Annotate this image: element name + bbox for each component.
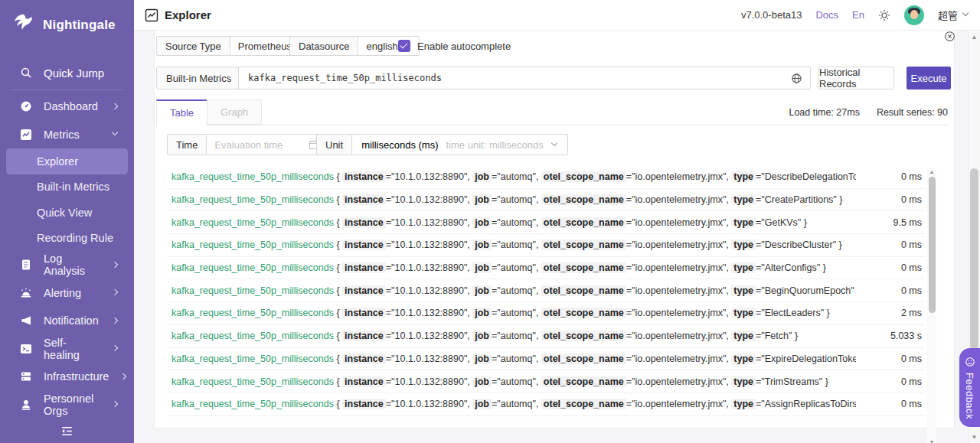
sidebar-item-explorer[interactable]: Explorer bbox=[6, 148, 128, 174]
quick-jump-label: Quick Jump bbox=[44, 67, 104, 80]
time-label: Time bbox=[167, 134, 207, 155]
chevron-down-icon bbox=[962, 11, 969, 18]
series-labels: kafka_request_time_50p_milliseconds { in… bbox=[167, 285, 856, 296]
close-circle-icon[interactable] bbox=[944, 31, 956, 42]
label-key: otel_scope_name bbox=[541, 353, 626, 364]
metric-value: 0 ms bbox=[856, 239, 925, 250]
dashboard-icon bbox=[20, 100, 32, 112]
chevron-right-icon bbox=[112, 401, 119, 408]
label-key: instance bbox=[342, 376, 386, 387]
smiley-icon bbox=[965, 357, 975, 367]
sidebar-item-label: Self-healing bbox=[44, 337, 100, 361]
sidebar-item-quick-jump[interactable]: Quick Jump bbox=[0, 61, 134, 84]
page-scrollbar-thumb[interactable] bbox=[970, 168, 978, 350]
datasource-value: english bbox=[366, 41, 397, 52]
user-menu[interactable]: 超管 bbox=[938, 8, 969, 22]
sidebar-item-label: Dashboard bbox=[44, 100, 100, 112]
metric-value: 0 ms bbox=[856, 285, 925, 296]
table-row: kafka_request_time_50p_milliseconds { in… bbox=[167, 211, 925, 234]
sidebar-item-recording-rule[interactable]: Recording Rule bbox=[6, 226, 128, 252]
sidebar-item-notification[interactable]: Notification bbox=[0, 307, 134, 335]
label-key: otel_scope_name bbox=[541, 399, 626, 409]
label-key: type bbox=[731, 217, 756, 228]
sun-icon[interactable] bbox=[878, 9, 890, 21]
scroll-up-icon[interactable]: ▲ bbox=[927, 168, 936, 176]
globe-icon[interactable] bbox=[783, 73, 810, 84]
sidebar-item-alerting[interactable]: Alerting bbox=[0, 279, 134, 308]
tab-graph[interactable]: Graph bbox=[207, 99, 262, 125]
label-key: job bbox=[472, 239, 492, 250]
label-key: type bbox=[731, 308, 756, 318]
sidebar-item-label: Notification bbox=[44, 314, 100, 327]
feedback-button[interactable]: Feedback bbox=[959, 348, 980, 427]
notification-icon bbox=[20, 314, 32, 327]
metrics-icon bbox=[20, 129, 32, 141]
metric-value: 9.5 ms bbox=[856, 217, 925, 228]
table-row: kafka_request_time_50p_milliseconds { in… bbox=[167, 234, 925, 257]
table-row: kafka_request_time_50p_milliseconds { in… bbox=[167, 279, 925, 302]
unit-filter-group: Unit milliseconds (ms) time unit: millis… bbox=[316, 134, 568, 155]
metric-name: kafka_request_time_50p_milliseconds bbox=[172, 262, 334, 273]
sidebar-menu: DashboardMetricsExplorerBuilt-in Metrics… bbox=[0, 93, 134, 419]
series-labels: kafka_request_time_50p_milliseconds { in… bbox=[167, 399, 856, 409]
sidebar-collapse-button[interactable] bbox=[0, 425, 134, 438]
docs-link[interactable]: Docs bbox=[815, 9, 838, 21]
table-scrollbar[interactable]: ▲ ▼ bbox=[927, 168, 936, 443]
avatar[interactable] bbox=[904, 5, 924, 25]
label-key: otel_scope_name bbox=[541, 308, 626, 318]
label-key: instance bbox=[342, 308, 386, 318]
sidebar-item-quick-view[interactable]: Quick View bbox=[6, 200, 128, 226]
unit-select[interactable]: milliseconds (ms) time unit: millisecond… bbox=[352, 134, 568, 155]
sidebar-item-infrastructure[interactable]: Infrastructure bbox=[0, 363, 134, 391]
sidebar-item-log-analysis[interactable]: Log Analysis bbox=[0, 251, 134, 279]
execute-button[interactable]: Execute bbox=[906, 67, 951, 90]
page-scroll-up-icon[interactable]: ▲ bbox=[969, 31, 980, 42]
page-scroll-down-icon[interactable]: ▼ bbox=[969, 432, 980, 442]
sidebar-item-label: Metrics bbox=[44, 129, 100, 141]
evaluation-time-field[interactable]: Evaluation time bbox=[207, 134, 328, 155]
nightingale-logo-icon bbox=[11, 12, 37, 38]
metric-name: kafka_request_time_50p_milliseconds bbox=[172, 194, 334, 205]
sidebar-item-personnel-orgs[interactable]: Personnel Orgs bbox=[0, 391, 134, 419]
series-labels: kafka_request_time_50p_milliseconds { in… bbox=[167, 217, 856, 228]
scroll-down-icon[interactable]: ▼ bbox=[927, 438, 936, 443]
tab-table[interactable]: Table bbox=[156, 99, 207, 125]
series-labels: kafka_request_time_50p_milliseconds { in… bbox=[167, 331, 856, 341]
metric-value: 0 ms bbox=[856, 399, 925, 409]
self-healing-icon bbox=[20, 343, 32, 355]
table-row: kafka_request_time_50p_milliseconds { in… bbox=[167, 302, 925, 325]
autocomplete-checkbox[interactable] bbox=[398, 40, 410, 52]
table-scrollbar-thumb[interactable] bbox=[929, 177, 936, 313]
metric-name: kafka_request_time_50p_milliseconds bbox=[172, 308, 334, 318]
chevron-down-icon bbox=[112, 131, 119, 138]
series-labels: kafka_request_time_50p_milliseconds { in… bbox=[167, 171, 856, 182]
metric-name: kafka_request_time_50p_milliseconds bbox=[172, 376, 334, 387]
label-key: instance bbox=[342, 285, 386, 296]
load-time-label: Load time: 27ms bbox=[789, 107, 859, 118]
sidebar-item-self-healing[interactable]: Self-healing bbox=[0, 335, 134, 363]
sidebar-item-dashboard[interactable]: Dashboard bbox=[0, 93, 134, 121]
label-key: type bbox=[731, 262, 756, 273]
chevron-right-icon bbox=[112, 103, 119, 110]
label-key: job bbox=[472, 285, 492, 296]
label-key: type bbox=[731, 171, 756, 182]
metric-value: 0 ms bbox=[856, 171, 925, 182]
metric-query-input[interactable] bbox=[239, 67, 783, 89]
label-key: type bbox=[731, 194, 756, 205]
table-row: kafka_request_time_50p_milliseconds { in… bbox=[167, 348, 925, 371]
source-type-value: Prometheus bbox=[238, 41, 292, 52]
result-series-label: Result series: 90 bbox=[877, 107, 948, 118]
sidebar-item-label: Infrastructure bbox=[44, 370, 109, 383]
label-key: instance bbox=[342, 262, 386, 273]
label-key: otel_scope_name bbox=[541, 194, 626, 205]
version-label: v7.0.0-beta13 bbox=[741, 9, 802, 21]
historical-records-button[interactable]: Historical Records bbox=[818, 67, 894, 90]
sidebar-item-metrics[interactable]: Metrics bbox=[0, 121, 134, 149]
language-switch[interactable]: En bbox=[852, 9, 864, 21]
table-row: kafka_request_time_50p_milliseconds { in… bbox=[167, 166, 925, 189]
label-key: instance bbox=[342, 194, 386, 205]
label-key: otel_scope_name bbox=[541, 217, 626, 228]
sidebar-item-built-in-metrics[interactable]: Built-in Metrics bbox=[6, 174, 128, 200]
metric-value: 0 ms bbox=[856, 262, 925, 273]
label-key: otel_scope_name bbox=[541, 262, 626, 273]
